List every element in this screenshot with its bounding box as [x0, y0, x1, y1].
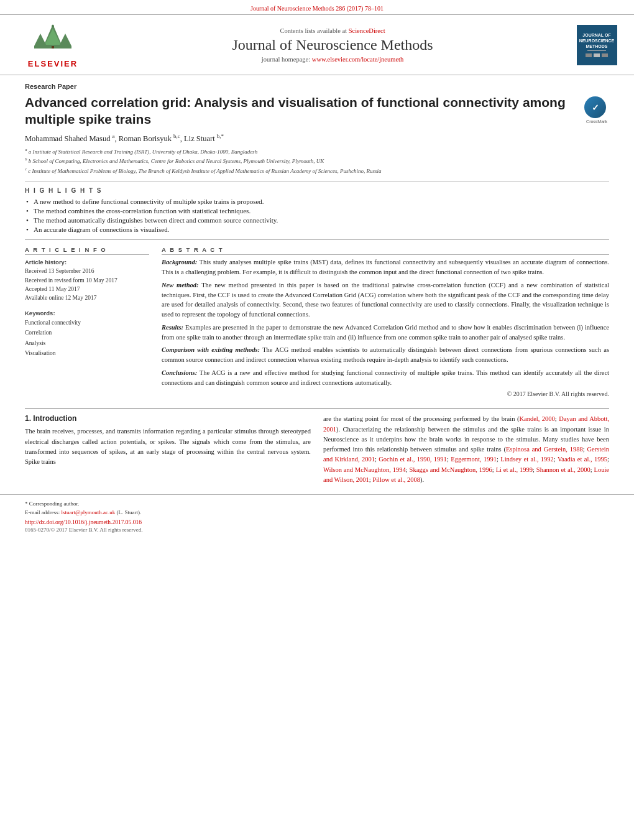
article-title-row: Advanced correlation grid: Analysis and …: [25, 94, 609, 128]
elsevier-tree-icon: [31, 21, 75, 55]
elsevier-logo: ELSEVIER: [28, 21, 78, 68]
highlight-3: The method automatically distinguishes b…: [25, 216, 609, 224]
highlights-heading: H I G H L I G H T S: [25, 187, 609, 194]
divider-2: [25, 239, 609, 240]
article-info-col: A R T I C L E I N F O Article history: R…: [25, 246, 149, 397]
article-history-label: Article history:: [25, 259, 149, 265]
abstract-results: Results: Examples are presented in the p…: [162, 323, 609, 343]
affiliations: a a Institute of Statistical Research an…: [25, 147, 609, 176]
abstract-heading: A B S T R A C T: [162, 246, 609, 255]
abstract-new-method: New method: The new method presented in …: [162, 280, 609, 320]
ref-dayan[interactable]: Dayan and Abbott, 2001: [323, 415, 609, 432]
background-label: Background:: [162, 259, 197, 265]
highlight-4: An accurate diagram of connections is vi…: [25, 226, 609, 233]
results-label: Results:: [162, 324, 183, 331]
journal-badge-area: JOURNAL OF NEUROSCIENCE METHODS: [572, 25, 622, 65]
corresponding-note: * Corresponding author.: [25, 500, 609, 509]
svg-point-6: [52, 25, 54, 27]
body-col-left: 1. Introduction The brain receives, proc…: [25, 414, 311, 488]
ref-eggermont[interactable]: Eggermont, 1991: [451, 456, 497, 463]
ref-lindsey[interactable]: Lindsey et al., 1992: [500, 456, 553, 463]
keyword-2: Correlation: [25, 328, 149, 338]
new-method-text: The new method presented in this paper i…: [162, 282, 609, 318]
ref-skaggs[interactable]: Skaggs and McNaughton, 1996: [410, 466, 492, 473]
footnote-area: * Corresponding author. E-mail address: …: [0, 494, 634, 536]
page: Journal of Neuroscience Methods 286 (201…: [0, 0, 634, 840]
comparison-label: Comparison with existing methods:: [162, 346, 260, 353]
affiliation-c: c c Institute of Mathematical Problems o…: [25, 166, 609, 176]
svg-marker-5: [59, 34, 71, 46]
article-main: Research Paper Advanced correlation grid…: [0, 75, 634, 404]
contents-line: Contents lists available at ScienceDirec…: [93, 27, 572, 34]
keyword-1: Functional connectivity: [25, 318, 149, 328]
accepted-date: Accepted 11 May 2017: [25, 285, 149, 293]
ref-gochin[interactable]: Gochin et al., 1990, 1991: [379, 456, 447, 463]
affiliation-b: b b School of Computing, Electronics and…: [25, 156, 609, 166]
header-center: Contents lists available at ScienceDirec…: [93, 27, 572, 63]
issn-text: 0165-0270/© 2017 Elsevier B.V. All right…: [25, 527, 609, 533]
homepage-url[interactable]: www.elsevier.com/locate/jneumeth: [312, 56, 403, 63]
keywords-section: Keywords: Functional connectivity Correl…: [25, 310, 149, 358]
svg-marker-4: [34, 34, 47, 46]
elsevier-label: ELSEVIER: [28, 59, 78, 68]
available-date: Available online 12 May 2017: [25, 293, 149, 302]
email-link[interactable]: lstuart@plymouth.ac.uk: [61, 509, 115, 515]
article-info-heading: A R T I C L E I N F O: [25, 246, 149, 255]
authors-line: Mohammad Shahed Masud a, Roman Borisyuk …: [25, 133, 609, 144]
ref-espinosa[interactable]: Espinosa and Gerstein, 1988: [506, 446, 583, 453]
elsevier-logo-area: ELSEVIER: [12, 21, 93, 68]
revised-date: Received in revised form 10 May 2017: [25, 276, 149, 285]
highlight-2: The method combines the cross-correlatio…: [25, 207, 609, 215]
journal-header: ELSEVIER Contents lists available at Sci…: [0, 14, 634, 75]
journal-citation: Journal of Neuroscience Methods 286 (201…: [0, 0, 634, 14]
journal-badge: JOURNAL OF NEUROSCIENCE METHODS: [577, 25, 617, 65]
abstract-background: Background: This study analyses multiple…: [162, 257, 609, 277]
body-section: 1. Introduction The brain receives, proc…: [0, 414, 634, 488]
article-type: Research Paper: [25, 83, 609, 90]
keywords-label: Keywords:: [25, 310, 149, 316]
ref-li[interactable]: Li et al., 1999: [496, 466, 533, 473]
affiliation-a: a a Institute of Statistical Research an…: [25, 147, 609, 157]
highlights-section: H I G H L I G H T S A new method to defi…: [25, 187, 609, 233]
ref-kandel[interactable]: Kandel, 2000: [519, 415, 554, 422]
email-note: E-mail address: lstuart@plymouth.ac.uk (…: [25, 509, 609, 517]
ref-wilson[interactable]: Wilson and McNaughton, 1994: [323, 466, 406, 473]
abstract-col: A B S T R A C T Background: This study a…: [162, 246, 609, 397]
introduction-title: 1. Introduction: [25, 414, 311, 423]
journal-title: Journal of Neuroscience Methods: [93, 37, 572, 53]
ref-pillow[interactable]: Pillow et al., 2008: [372, 476, 420, 483]
crossmark-icon: ✓: [584, 96, 606, 118]
ref-shannon[interactable]: Shannon et al., 2000: [536, 466, 590, 473]
body-col-right: are the starting point for most of the p…: [323, 414, 609, 488]
article-info-section: A R T I C L E I N F O Article history: R…: [25, 246, 149, 302]
intro-left-text: The brain receives, processes, and trans…: [25, 427, 311, 467]
abstract-conclusions: Conclusions: The ACG is a new and effect…: [162, 368, 609, 388]
svg-marker-3: [45, 29, 61, 45]
keyword-4: Visualisation: [25, 348, 149, 358]
ref-vaadia[interactable]: Vaadia et al., 1995: [558, 456, 607, 463]
doi-link[interactable]: http://dx.doi.org/10.1016/j.jneumeth.201…: [25, 519, 609, 525]
highlight-1: A new method to define functional connec…: [25, 198, 609, 205]
background-text: This study analyses multiple spike train…: [162, 259, 609, 275]
results-text: Examples are presented in the paper to d…: [162, 324, 609, 341]
article-title: Advanced correlation grid: Analysis and …: [25, 94, 578, 128]
sciencedirect-link[interactable]: ScienceDirect: [349, 27, 385, 34]
keywords-list: Functional connectivity Correlation Anal…: [25, 318, 149, 358]
intro-right-text: are the starting point for most of the p…: [323, 414, 609, 485]
journal-homepage: journal homepage: www.elsevier.com/locat…: [93, 56, 572, 63]
new-method-label: New method:: [162, 282, 199, 288]
info-abstract-row: A R T I C L E I N F O Article history: R…: [25, 246, 609, 397]
conclusions-text: The ACG is a new and effective method fo…: [162, 369, 609, 386]
keyword-3: Analysis: [25, 338, 149, 348]
abstract-section: A B S T R A C T Background: This study a…: [162, 246, 609, 397]
bottom-divider: [25, 408, 609, 409]
conclusions-label: Conclusions:: [162, 369, 197, 376]
abstract-comparison: Comparison with existing methods: The AC…: [162, 345, 609, 365]
received-date: Received 13 September 2016: [25, 267, 149, 275]
copyright-line: © 2017 Elsevier B.V. All rights reserved…: [162, 390, 609, 397]
divider-1: [25, 182, 609, 182]
journal-citation-link[interactable]: Journal of Neuroscience Methods 286 (201…: [250, 5, 384, 12]
crossmark: ✓ CrossMark: [584, 96, 609, 124]
